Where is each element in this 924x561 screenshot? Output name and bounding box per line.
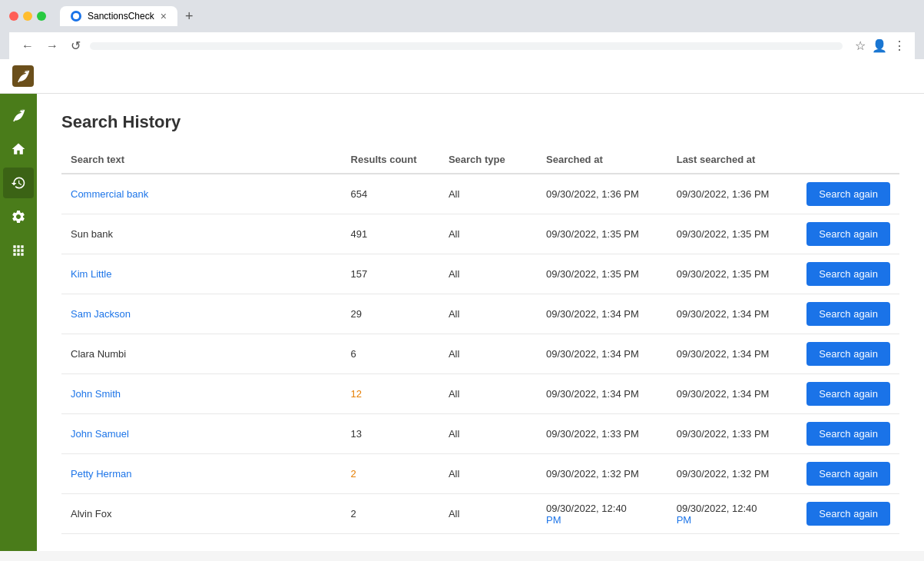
search-text-cell: Alvin Fox <box>61 494 342 534</box>
search-type-cell: All <box>439 174 537 214</box>
action-cell: Search again <box>797 254 899 294</box>
search-text-link[interactable]: Commercial bank <box>71 188 148 200</box>
minimize-window-btn[interactable] <box>23 12 32 21</box>
col-header-search-type: Search type <box>439 148 537 174</box>
search-again-button[interactable]: Search again <box>806 422 890 446</box>
table-header-row: Search text Results count Search type Se… <box>61 148 899 174</box>
search-again-button[interactable]: Search again <box>806 302 890 326</box>
address-bar[interactable] <box>90 42 843 50</box>
last-searched-at-cell: 09/30/2022, 1:36 PM <box>667 174 798 214</box>
search-text-cell: Sun bank <box>61 214 342 254</box>
search-type-cell: All <box>439 294 537 334</box>
tab-bar: SanctionsCheck × + <box>60 6 197 26</box>
app-header <box>0 59 924 94</box>
app-logo <box>12 65 34 87</box>
search-again-button[interactable]: Search again <box>806 502 890 526</box>
search-again-button[interactable]: Search again <box>806 342 890 366</box>
search-text-cell: Clara Numbi <box>61 334 342 374</box>
table-row: Sam Jackson29All09/30/2022, 1:34 PM09/30… <box>61 294 899 334</box>
profile-button[interactable]: 👤 <box>872 38 887 53</box>
browser-actions: ☆ 👤 ⋮ <box>855 38 906 53</box>
col-header-search-text: Search text <box>61 148 342 174</box>
refresh-button[interactable]: ↺ <box>68 37 84 55</box>
table-row: Petty Herman2All09/30/2022, 1:32 PM09/30… <box>61 454 899 494</box>
traffic-lights <box>9 12 46 21</box>
results-count-cell: 2 <box>342 454 439 494</box>
col-header-last-searched-at: Last searched at <box>667 148 798 174</box>
sidebar <box>0 94 37 551</box>
last-searched-at-cell: 09/30/2022, 1:34 PM <box>667 374 798 414</box>
searched-at-cell: 09/30/2022, 1:34 PM <box>537 334 667 374</box>
app-container: Search History Search text Results count… <box>0 59 924 551</box>
table-row: Commercial bank654All09/30/2022, 1:36 PM… <box>61 174 899 214</box>
back-button[interactable]: ← <box>18 38 37 55</box>
sidebar-item-settings[interactable] <box>3 201 34 232</box>
search-type-cell: All <box>439 454 537 494</box>
results-count-cell: 29 <box>342 294 439 334</box>
action-cell: Search again <box>797 214 899 254</box>
action-cell: Search again <box>797 174 899 214</box>
searched-at-cell: 09/30/2022, 1:32 PM <box>537 454 667 494</box>
results-count-cell: 6 <box>342 334 439 374</box>
search-again-button[interactable]: Search again <box>806 462 890 486</box>
maximize-window-btn[interactable] <box>37 12 46 21</box>
sidebar-item-apps[interactable] <box>3 235 34 266</box>
last-searched-at-cell: 09/30/2022, 1:34 PM <box>667 294 798 334</box>
results-count-cell: 2 <box>342 494 439 534</box>
sidebar-item-logo[interactable] <box>3 100 34 131</box>
bookmark-button[interactable]: ☆ <box>855 38 866 53</box>
tab-close-btn[interactable]: × <box>161 11 167 22</box>
tab-title: SanctionsCheck <box>88 11 154 22</box>
search-text-link[interactable]: Petty Herman <box>71 468 131 480</box>
last-searched-at-cell: 09/30/2022, 1:35 PM <box>667 254 798 294</box>
results-count-cell: 12 <box>342 374 439 414</box>
menu-button[interactable]: ⋮ <box>893 38 906 53</box>
last-searched-at-cell: 09/30/2022, 1:32 PM <box>667 454 798 494</box>
col-header-action <box>797 148 899 174</box>
col-header-results-count: Results count <box>342 148 439 174</box>
browser-titlebar: SanctionsCheck × + <box>9 6 915 26</box>
results-count-cell: 491 <box>342 214 439 254</box>
page-title: Search History <box>61 112 899 132</box>
browser-chrome: SanctionsCheck × + ← → ↺ ☆ 👤 ⋮ <box>0 0 924 59</box>
action-cell: Search again <box>797 454 899 494</box>
svg-point-0 <box>73 13 79 19</box>
table-row: Clara Numbi6All09/30/2022, 1:34 PM09/30/… <box>61 334 899 374</box>
search-text-link[interactable]: John Samuel <box>71 428 129 440</box>
sidebar-item-history[interactable] <box>3 168 34 198</box>
search-type-cell: All <box>439 334 537 374</box>
results-count-cell: 654 <box>342 174 439 214</box>
action-cell: Search again <box>797 334 899 374</box>
searched-at-cell: 09/30/2022, 1:34 PM <box>537 294 667 334</box>
search-type-cell: All <box>439 374 537 414</box>
sidebar-item-home[interactable] <box>3 134 34 164</box>
close-window-btn[interactable] <box>9 12 18 21</box>
search-again-button[interactable]: Search again <box>806 262 890 286</box>
search-type-cell: All <box>439 254 537 294</box>
searched-at-cell: 09/30/2022, 1:33 PM <box>537 414 667 454</box>
searched-at-cell: 09/30/2022, 1:35 PM <box>537 214 667 254</box>
search-text-link[interactable]: Kim Little <box>71 268 111 280</box>
browser-tab[interactable]: SanctionsCheck × <box>60 6 177 26</box>
main-content: Search History Search text Results count… <box>37 94 924 551</box>
search-again-button[interactable]: Search again <box>806 382 890 406</box>
last-searched-at-cell: 09/30/2022, 12:40PM <box>667 494 798 534</box>
search-again-button[interactable]: Search again <box>806 222 890 246</box>
results-count-cell: 13 <box>342 414 439 454</box>
searched-at-cell: 09/30/2022, 1:35 PM <box>537 254 667 294</box>
address-bar-row: ← → ↺ ☆ 👤 ⋮ <box>9 32 915 59</box>
forward-button[interactable]: → <box>43 38 61 55</box>
results-count-cell: 157 <box>342 254 439 294</box>
search-type-cell: All <box>439 214 537 254</box>
action-cell: Search again <box>797 494 899 534</box>
search-again-button[interactable]: Search again <box>806 182 890 206</box>
searched-at-cell: 09/30/2022, 1:34 PM <box>537 374 667 414</box>
action-cell: Search again <box>797 414 899 454</box>
tab-favicon <box>71 11 81 22</box>
searched-at-cell: 09/30/2022, 12:40PM <box>537 494 667 534</box>
new-tab-button[interactable]: + <box>180 7 198 26</box>
search-text-link[interactable]: John Smith <box>71 388 121 400</box>
search-text-link[interactable]: Sam Jackson <box>71 308 131 320</box>
table-row: John Smith12All09/30/2022, 1:34 PM09/30/… <box>61 374 899 414</box>
action-cell: Search again <box>797 374 899 414</box>
